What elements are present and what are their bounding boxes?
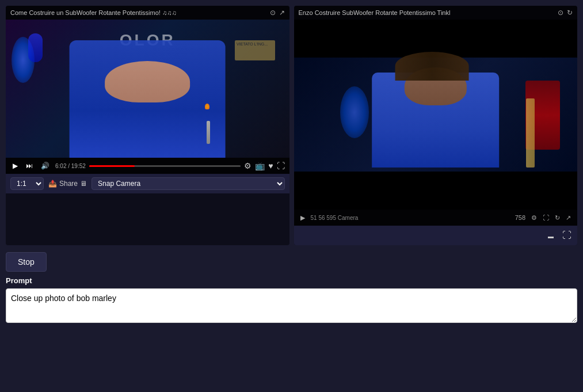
prompt-section: Prompt Close up photo of bob marley [6, 276, 577, 323]
prompt-label: Prompt [6, 276, 577, 285]
right-hair [395, 52, 468, 81]
left-bg-elements: OLOR VIETATO L'ING... [6, 20, 289, 158]
left-time-display: 6:02 / 19:52 [55, 163, 86, 169]
right-video-screen [294, 20, 578, 210]
right-fullscreen-icon[interactable]: ⛶ [541, 214, 551, 222]
right-share-icon[interactable]: ↗ [564, 214, 573, 222]
left-video-content: OLOR VIETATO L'ING... [6, 20, 289, 158]
right-guitar [526, 98, 535, 168]
share-icon: 📤 [48, 180, 57, 188]
left-video-screen: OLOR VIETATO L'ING... [6, 20, 289, 158]
right-black-bottom [294, 172, 578, 210]
prompt-textarea[interactable]: Close up photo of bob marley [6, 288, 577, 323]
main-container: Come Costruire un SubWoofer Rotante Pote… [0, 0, 583, 392]
right-ctrl-text: 51 56 595 Camera [309, 214, 360, 222]
left-volume-button[interactable]: 🔊 [39, 161, 52, 171]
left-video-icon1: ⊙ [270, 9, 276, 17]
left-fullscreen-icon[interactable]: ⛶ [277, 161, 285, 170]
left-progress-bar[interactable] [89, 165, 241, 167]
left-progress-fill [89, 165, 135, 167]
left-video-icon2: ↗ [279, 9, 285, 17]
left-theater-icon[interactable]: 📺 [255, 161, 265, 170]
camera-select[interactable]: Snap Camera [92, 177, 284, 190]
right-video-panel: Enzo Costruire SubWoofer Rotante Potenti… [294, 6, 578, 245]
left-ctrl-icons: ⚙ 📺 ♥ ⛶ [244, 161, 284, 170]
right-video-title: Enzo Costruire SubWoofer Rotante Potenti… [299, 9, 451, 16]
left-play-button[interactable]: ▶ [10, 161, 20, 171]
right-video-icon1: ⊙ [558, 9, 563, 17]
share-button[interactable]: 📤 Share 🖥 [48, 180, 87, 188]
right-expand-button[interactable]: ⛶ [561, 229, 573, 242]
left-settings-icon[interactable]: ⚙ [244, 161, 252, 170]
left-face [105, 61, 190, 102]
left-video-title-icons: ⊙ ↗ [270, 9, 285, 17]
right-minimize-button[interactable]: 🗕 [545, 229, 557, 242]
right-settings-icon[interactable]: ⚙ [529, 214, 539, 222]
stop-button[interactable]: Stop [6, 252, 47, 272]
left-skip-button[interactable]: ⏭ [24, 161, 35, 171]
right-video-icon2: ↻ [567, 9, 573, 17]
left-heart-icon[interactable]: ♥ [268, 161, 273, 170]
left-video-title: Come Costruire un SubWoofer Rotante Pote… [10, 9, 177, 16]
right-video-content [294, 20, 578, 210]
right-controls-bar: ▶ 51 56 595 Camera 758 ⚙ ⛶ ↻ ↗ [294, 210, 578, 226]
left-candle [207, 121, 210, 144]
left-bottom-toolbar: 1:1 16:9 4:3 📤 Share 🖥 Snap Camera [6, 174, 289, 193]
videos-row: Come Costruire un SubWoofer Rotante Pote… [6, 6, 577, 245]
left-flame [205, 104, 209, 109]
right-blue-glow [340, 86, 369, 138]
share-screen-icon: 🖥 [80, 180, 87, 188]
share-label: Share [59, 180, 78, 188]
right-play-button[interactable]: ▶ [299, 214, 307, 222]
left-video-panel: Come Costruire un SubWoofer Rotante Pote… [6, 6, 289, 245]
right-video-title-icons: ⊙ ↻ [558, 9, 573, 17]
right-time-text: 758 [513, 214, 527, 222]
right-panel-bottom: 🗕 ⛶ [294, 226, 578, 245]
right-video-title-bar: Enzo Costruire SubWoofer Rotante Potenti… [294, 6, 578, 20]
left-controls-bar: ▶ ⏭ 🔊 6:02 / 19:52 ⚙ 📺 ♥ ⛶ [6, 158, 289, 174]
left-sign: VIETATO L'ING... [235, 40, 275, 60]
ratio-select[interactable]: 1:1 16:9 4:3 [10, 177, 44, 190]
left-lamp [28, 33, 43, 62]
right-pip-icon[interactable]: ↻ [553, 214, 562, 222]
left-video-title-bar: Come Costruire un SubWoofer Rotante Pote… [6, 6, 289, 20]
